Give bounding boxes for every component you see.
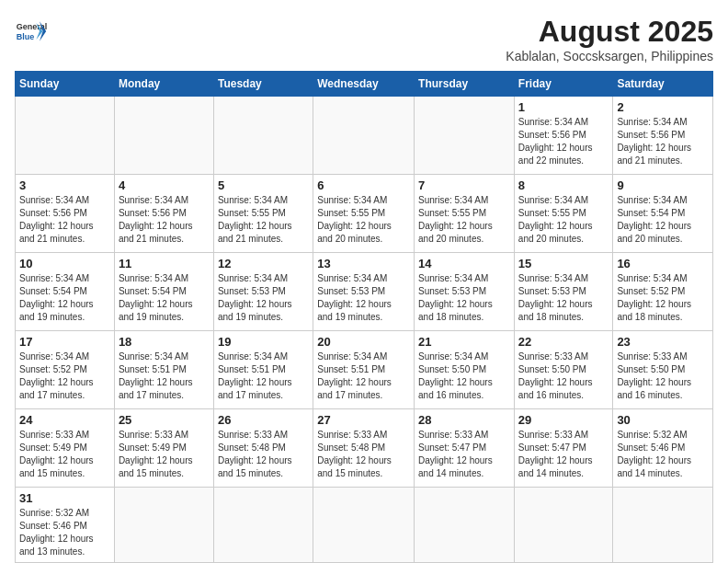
day-number: 30 (617, 413, 709, 427)
calendar-cell (114, 488, 213, 563)
day-info: Sunrise: 5:34 AM Sunset: 5:54 PM Dayligh… (617, 194, 709, 246)
day-info: Sunrise: 5:34 AM Sunset: 5:56 PM Dayligh… (19, 194, 110, 246)
day-number: 18 (119, 335, 210, 349)
calendar-cell (613, 488, 713, 563)
week-row-6: 31Sunrise: 5:32 AM Sunset: 5:46 PM Dayli… (16, 488, 713, 563)
day-info: Sunrise: 5:34 AM Sunset: 5:54 PM Dayligh… (119, 272, 210, 324)
day-info: Sunrise: 5:34 AM Sunset: 5:52 PM Dayligh… (617, 272, 709, 324)
calendar-table: SundayMondayTuesdayWednesdayThursdayFrid… (15, 71, 713, 563)
day-info: Sunrise: 5:34 AM Sunset: 5:55 PM Dayligh… (317, 194, 410, 246)
calendar-cell: 16Sunrise: 5:34 AM Sunset: 5:52 PM Dayli… (613, 253, 713, 331)
day-info: Sunrise: 5:33 AM Sunset: 5:48 PM Dayligh… (218, 429, 309, 480)
day-number: 10 (19, 257, 110, 270)
calendar-cell: 14Sunrise: 5:34 AM Sunset: 5:53 PM Dayli… (415, 253, 515, 331)
day-info: Sunrise: 5:34 AM Sunset: 5:53 PM Dayligh… (418, 272, 510, 324)
calendar-cell (514, 488, 613, 563)
day-info: Sunrise: 5:34 AM Sunset: 5:53 PM Dayligh… (518, 272, 609, 324)
page-header: General Blue August 2025 Kablalan, Soccs… (15, 15, 713, 63)
day-number: 7 (418, 178, 510, 192)
calendar-cell (415, 97, 515, 175)
day-number: 16 (617, 257, 709, 270)
calendar-cell: 27Sunrise: 5:33 AM Sunset: 5:48 PM Dayli… (313, 409, 415, 488)
calendar-cell: 25Sunrise: 5:33 AM Sunset: 5:49 PM Dayli… (114, 409, 213, 488)
calendar-cell: 20Sunrise: 5:34 AM Sunset: 5:51 PM Dayli… (313, 331, 415, 409)
day-number: 29 (518, 413, 609, 427)
calendar-cell: 31Sunrise: 5:32 AM Sunset: 5:46 PM Dayli… (16, 488, 115, 563)
day-number: 6 (317, 178, 410, 192)
calendar-cell (114, 97, 213, 175)
calendar-cell: 23Sunrise: 5:33 AM Sunset: 5:50 PM Dayli… (613, 331, 713, 409)
weekday-header-row: SundayMondayTuesdayWednesdayThursdayFrid… (16, 72, 713, 97)
weekday-header-thursday: Thursday (415, 72, 515, 97)
weekday-header-tuesday: Tuesday (213, 72, 313, 97)
week-row-2: 3Sunrise: 5:34 AM Sunset: 5:56 PM Daylig… (16, 175, 713, 253)
calendar-cell (313, 488, 415, 563)
day-number: 13 (317, 257, 410, 270)
calendar-cell: 17Sunrise: 5:34 AM Sunset: 5:52 PM Dayli… (16, 331, 115, 409)
day-info: Sunrise: 5:33 AM Sunset: 5:47 PM Dayligh… (518, 429, 609, 480)
day-number: 1 (518, 100, 609, 114)
calendar-cell: 1Sunrise: 5:34 AM Sunset: 5:56 PM Daylig… (514, 97, 613, 175)
day-number: 20 (317, 335, 410, 349)
logo-icon: General Blue (15, 15, 48, 48)
calendar-cell: 22Sunrise: 5:33 AM Sunset: 5:50 PM Dayli… (514, 331, 613, 409)
week-row-3: 10Sunrise: 5:34 AM Sunset: 5:54 PM Dayli… (16, 253, 713, 331)
day-number: 2 (617, 100, 709, 114)
day-info: Sunrise: 5:33 AM Sunset: 5:48 PM Dayligh… (317, 429, 410, 480)
day-info: Sunrise: 5:34 AM Sunset: 5:56 PM Dayligh… (617, 116, 709, 167)
day-info: Sunrise: 5:34 AM Sunset: 5:55 PM Dayligh… (418, 194, 510, 246)
day-number: 26 (218, 413, 309, 427)
calendar-cell: 15Sunrise: 5:34 AM Sunset: 5:53 PM Dayli… (514, 253, 613, 331)
day-number: 22 (518, 335, 609, 349)
calendar-cell: 28Sunrise: 5:33 AM Sunset: 5:47 PM Dayli… (415, 409, 515, 488)
weekday-header-wednesday: Wednesday (313, 72, 415, 97)
day-info: Sunrise: 5:34 AM Sunset: 5:53 PM Dayligh… (218, 272, 309, 324)
day-info: Sunrise: 5:34 AM Sunset: 5:51 PM Dayligh… (218, 350, 309, 402)
calendar-cell: 12Sunrise: 5:34 AM Sunset: 5:53 PM Dayli… (213, 253, 313, 331)
calendar-cell: 26Sunrise: 5:33 AM Sunset: 5:48 PM Dayli… (213, 409, 313, 488)
day-number: 12 (218, 257, 309, 270)
day-info: Sunrise: 5:34 AM Sunset: 5:53 PM Dayligh… (317, 272, 410, 324)
calendar-cell (16, 97, 115, 175)
calendar-cell: 5Sunrise: 5:34 AM Sunset: 5:55 PM Daylig… (213, 175, 313, 253)
calendar-cell: 24Sunrise: 5:33 AM Sunset: 5:49 PM Dayli… (16, 409, 115, 488)
day-info: Sunrise: 5:34 AM Sunset: 5:55 PM Dayligh… (518, 194, 609, 246)
calendar-cell: 13Sunrise: 5:34 AM Sunset: 5:53 PM Dayli… (313, 253, 415, 331)
month-title: August 2025 (506, 15, 713, 49)
day-number: 21 (418, 335, 510, 349)
day-number: 8 (518, 178, 609, 192)
calendar-cell (213, 97, 313, 175)
day-info: Sunrise: 5:34 AM Sunset: 5:51 PM Dayligh… (119, 350, 210, 402)
day-info: Sunrise: 5:34 AM Sunset: 5:55 PM Dayligh… (218, 194, 309, 246)
location-title: Kablalan, Soccsksargen, Philippines (506, 49, 713, 63)
calendar-cell: 11Sunrise: 5:34 AM Sunset: 5:54 PM Dayli… (114, 253, 213, 331)
day-number: 23 (617, 335, 709, 349)
day-info: Sunrise: 5:33 AM Sunset: 5:50 PM Dayligh… (518, 350, 609, 402)
calendar-cell: 18Sunrise: 5:34 AM Sunset: 5:51 PM Dayli… (114, 331, 213, 409)
logo: General Blue (15, 15, 48, 48)
day-number: 25 (119, 413, 210, 427)
calendar-cell: 21Sunrise: 5:34 AM Sunset: 5:50 PM Dayli… (415, 331, 515, 409)
weekday-header-friday: Friday (514, 72, 613, 97)
calendar-cell: 4Sunrise: 5:34 AM Sunset: 5:56 PM Daylig… (114, 175, 213, 253)
day-number: 3 (19, 178, 110, 192)
week-row-4: 17Sunrise: 5:34 AM Sunset: 5:52 PM Dayli… (16, 331, 713, 409)
day-info: Sunrise: 5:34 AM Sunset: 5:51 PM Dayligh… (317, 350, 410, 402)
week-row-5: 24Sunrise: 5:33 AM Sunset: 5:49 PM Dayli… (16, 409, 713, 488)
week-row-1: 1Sunrise: 5:34 AM Sunset: 5:56 PM Daylig… (16, 97, 713, 175)
calendar-cell: 9Sunrise: 5:34 AM Sunset: 5:54 PM Daylig… (613, 175, 713, 253)
calendar-cell: 3Sunrise: 5:34 AM Sunset: 5:56 PM Daylig… (16, 175, 115, 253)
weekday-header-sunday: Sunday (16, 72, 115, 97)
calendar-cell: 7Sunrise: 5:34 AM Sunset: 5:55 PM Daylig… (415, 175, 515, 253)
day-number: 9 (617, 178, 709, 192)
day-number: 28 (418, 413, 510, 427)
day-number: 19 (218, 335, 309, 349)
day-number: 17 (19, 335, 110, 349)
day-number: 11 (119, 257, 210, 270)
day-number: 4 (119, 178, 210, 192)
day-info: Sunrise: 5:33 AM Sunset: 5:50 PM Dayligh… (617, 350, 709, 402)
svg-text:Blue: Blue (17, 32, 35, 41)
calendar-cell (313, 97, 415, 175)
calendar-cell (415, 488, 515, 563)
weekday-header-saturday: Saturday (613, 72, 713, 97)
